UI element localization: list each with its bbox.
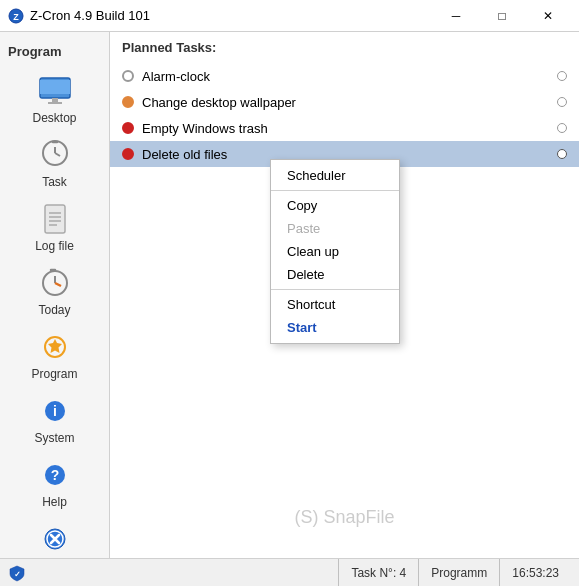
task-indicator	[122, 148, 134, 160]
svg-rect-3	[40, 80, 70, 94]
task-list: Alarm-clock Change desktop wallpaper Emp…	[110, 59, 579, 558]
task-indicator	[122, 70, 134, 82]
context-menu: Scheduler Copy Paste Clean up Delete Sho…	[270, 159, 400, 344]
watermark: (S) SnapFile	[294, 507, 394, 528]
context-menu-item-cleanup[interactable]: Clean up	[271, 240, 399, 263]
help-icon: ?	[37, 457, 73, 493]
context-menu-separator	[271, 190, 399, 191]
svg-rect-5	[48, 102, 62, 104]
sidebar-item-desktop[interactable]: Desktop	[0, 67, 109, 131]
task-indicator	[122, 122, 134, 134]
sidebar: Program Desktop Tas	[0, 32, 110, 558]
main-container: Program Desktop Tas	[0, 32, 579, 558]
status-bar: ✓ Task N°: 4 Programm 16:53:23	[0, 558, 579, 586]
sidebar-item-today[interactable]: Today	[0, 259, 109, 323]
shield-icon: ✓	[8, 564, 26, 582]
svg-line-17	[55, 283, 61, 286]
context-menu-item-start[interactable]: Start	[271, 316, 399, 339]
today-icon	[37, 265, 73, 301]
svg-text:✓: ✓	[14, 570, 21, 579]
context-menu-separator	[271, 289, 399, 290]
exit-icon	[37, 521, 73, 557]
svg-line-8	[55, 153, 60, 156]
task-row[interactable]: Alarm-clock	[110, 63, 579, 89]
window-title: Z-Cron 4.9 Build 101	[30, 8, 433, 23]
status-time: 16:53:23	[499, 559, 571, 586]
context-menu-item-delete[interactable]: Delete	[271, 263, 399, 286]
status-task-label: Task N°: 4	[351, 566, 406, 580]
window-controls: ─ □ ✕	[433, 0, 571, 32]
content-header: Planned Tasks:	[110, 32, 579, 59]
context-menu-item-shortcut[interactable]: Shortcut	[271, 293, 399, 316]
sidebar-item-exit[interactable]: Exit	[0, 515, 109, 558]
context-menu-item-copy[interactable]: Copy	[271, 194, 399, 217]
sidebar-item-task-label: Task	[42, 175, 67, 189]
status-program: Programm	[418, 559, 499, 586]
task-icon	[37, 137, 73, 173]
svg-rect-4	[52, 98, 58, 102]
task-status-circle	[557, 71, 567, 81]
program-icon	[37, 329, 73, 365]
sidebar-item-program-label: Program	[31, 367, 77, 381]
task-name: Change desktop wallpaper	[142, 95, 557, 110]
context-menu-item-paste: Paste	[271, 217, 399, 240]
task-status-circle	[557, 123, 567, 133]
system-icon: i	[37, 393, 73, 429]
close-button[interactable]: ✕	[525, 0, 571, 32]
context-menu-item-scheduler[interactable]: Scheduler	[271, 164, 399, 187]
sidebar-item-help[interactable]: ? Help	[0, 451, 109, 515]
status-program-label: Programm	[431, 566, 487, 580]
title-bar: Z Z-Cron 4.9 Build 101 ─ □ ✕	[0, 0, 579, 32]
svg-rect-10	[45, 205, 65, 233]
sidebar-item-help-label: Help	[42, 495, 67, 509]
svg-text:i: i	[53, 403, 57, 419]
task-status-circle	[557, 149, 567, 159]
svg-text:?: ?	[50, 467, 59, 483]
status-task: Task N°: 4	[338, 559, 418, 586]
content-area: Planned Tasks: Alarm-clock Change deskto…	[110, 32, 579, 558]
status-time-label: 16:53:23	[512, 566, 559, 580]
svg-text:Z: Z	[13, 12, 19, 22]
task-name: Alarm-clock	[142, 69, 557, 84]
maximize-button[interactable]: □	[479, 0, 525, 32]
sidebar-item-program[interactable]: Program	[0, 323, 109, 387]
desktop-icon	[37, 73, 73, 109]
app-icon: Z	[8, 8, 24, 24]
minimize-button[interactable]: ─	[433, 0, 479, 32]
sidebar-item-logfile[interactable]: Log file	[0, 195, 109, 259]
task-name: Empty Windows trash	[142, 121, 557, 136]
sidebar-item-logfile-label: Log file	[35, 239, 74, 253]
task-row[interactable]: Change desktop wallpaper	[110, 89, 579, 115]
sidebar-item-task[interactable]: Task	[0, 131, 109, 195]
sidebar-item-desktop-label: Desktop	[32, 111, 76, 125]
task-status-circle	[557, 97, 567, 107]
sidebar-item-system-label: System	[34, 431, 74, 445]
sidebar-item-today-label: Today	[38, 303, 70, 317]
sidebar-item-system[interactable]: i System	[0, 387, 109, 451]
sidebar-header: Program	[0, 40, 109, 67]
task-row[interactable]: Empty Windows trash	[110, 115, 579, 141]
logfile-icon	[37, 201, 73, 237]
task-indicator	[122, 96, 134, 108]
